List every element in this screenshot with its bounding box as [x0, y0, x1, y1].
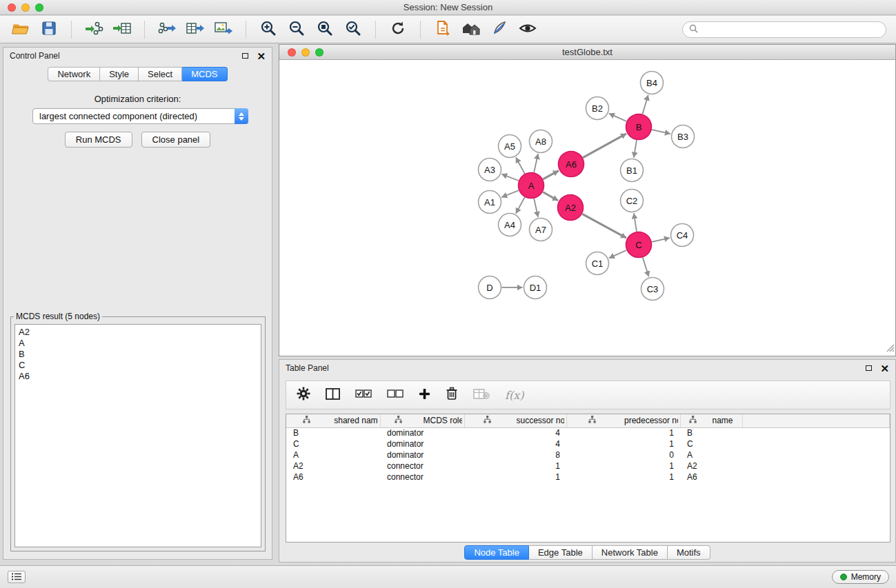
table-cell[interactable]: 4 [464, 438, 566, 449]
import-network-button[interactable] [83, 19, 105, 41]
memory-label: Memory [851, 572, 881, 582]
dropdown-stepper-icon [235, 108, 248, 124]
table-tab-edge-table[interactable]: Edge Table [529, 545, 593, 560]
control-tab-select[interactable]: Select [139, 67, 182, 81]
table-cell[interactable]: A2 [680, 460, 742, 472]
table-cell[interactable]: 1 [464, 460, 566, 472]
control-tab-network[interactable]: Network [48, 67, 100, 81]
table-cell[interactable]: dominator [380, 438, 464, 449]
table-cell[interactable]: C [286, 438, 380, 449]
mcds-result-item[interactable]: A [19, 338, 257, 349]
deselect-all-button[interactable] [387, 389, 404, 401]
table-cell[interactable]: 1 [566, 427, 680, 438]
open-session-button[interactable] [10, 19, 32, 41]
search-input[interactable] [701, 24, 879, 34]
table-tab-motifs[interactable]: Motifs [668, 545, 710, 560]
graph-node-label: A3 [484, 165, 495, 175]
select-all-button[interactable] [355, 389, 372, 401]
mcds-result-item[interactable]: C [19, 360, 257, 371]
table-cell[interactable]: C [680, 438, 742, 449]
float-panel-icon[interactable] [242, 53, 248, 59]
float-table-panel-icon[interactable] [866, 365, 872, 371]
table-tab-node-table[interactable]: Node Table [464, 545, 529, 560]
column-header-shared-name[interactable]: shared name [286, 414, 380, 427]
table-cell[interactable]: connector [380, 460, 464, 472]
import-table-button[interactable] [111, 19, 133, 41]
show-hide-button[interactable] [517, 19, 539, 41]
graph-edge-A-A2 [543, 192, 558, 201]
export-network-button[interactable] [156, 19, 178, 41]
annotation-pen-button[interactable] [488, 19, 510, 41]
column-header-predecessor-nodes[interactable]: predecessor nodes [566, 414, 680, 427]
table-cell[interactable]: A [680, 449, 742, 460]
control-tab-style[interactable]: Style [100, 67, 139, 81]
mcds-result-list[interactable]: A2ABCA6 [14, 324, 261, 547]
table-row[interactable]: Adominator80A [286, 449, 890, 460]
app-title: Session: New Session [0, 0, 896, 15]
window-controls [8, 3, 43, 12]
network-document-button[interactable] [432, 19, 454, 41]
mcds-result-item[interactable]: A6 [19, 371, 257, 382]
table-cell[interactable]: A6 [680, 472, 742, 483]
network-canvas[interactable]: B4B2BB3A5A8A6A3B1AC2A1A2A4A7C4CC1C3DD1 [279, 61, 895, 356]
column-header-name[interactable]: name [680, 414, 742, 427]
apply-layout-button[interactable] [387, 19, 409, 41]
add-column-button[interactable] [419, 388, 430, 403]
zoom-out-button[interactable] [286, 19, 308, 41]
table-cell[interactable]: A2 [286, 460, 380, 472]
memory-button[interactable]: Memory [832, 570, 889, 584]
minimize-window-button[interactable] [21, 3, 30, 12]
table-cell[interactable]: 1 [566, 460, 680, 472]
table-cell[interactable]: A [286, 449, 380, 460]
table-row[interactable]: A2connector11A2 [286, 460, 890, 472]
network-zoom-button[interactable] [315, 48, 323, 57]
table-cell[interactable]: 1 [464, 472, 566, 483]
network-minimize-button[interactable] [301, 48, 310, 57]
zoom-selected-button[interactable] [342, 19, 364, 41]
table-cell[interactable]: 1 [566, 472, 680, 483]
task-history-button[interactable] [8, 571, 26, 583]
optimization-criterion-dropdown[interactable]: largest connected component (directed) [32, 108, 248, 124]
window-resize-grip[interactable] [886, 343, 895, 355]
graph-edge-A-A3 [501, 174, 519, 181]
export-image-button[interactable] [212, 19, 235, 41]
graph-node-label: A4 [504, 220, 515, 230]
table-cell[interactable]: connector [380, 472, 464, 483]
table-cell[interactable]: dominator [380, 427, 464, 438]
save-session-button[interactable] [38, 19, 60, 41]
export-table-button[interactable] [184, 19, 206, 41]
column-header-successor-nodes[interactable]: successor nodes [464, 414, 566, 427]
delete-table-button[interactable] [473, 388, 490, 403]
close-panel-button[interactable]: Close panel [141, 132, 211, 148]
mcds-result-item[interactable]: A2 [19, 327, 257, 338]
table-cell[interactable]: 4 [464, 427, 566, 438]
table-cell[interactable]: B [680, 427, 742, 438]
table-tab-network-table[interactable]: Network Table [593, 545, 668, 560]
show-columns-button[interactable] [326, 388, 340, 403]
close-table-panel-icon[interactable]: ✕ [880, 363, 889, 374]
table-cell[interactable]: A6 [286, 472, 380, 483]
run-mcds-button[interactable]: Run MCDS [65, 132, 132, 148]
column-header-mcds-role[interactable]: MCDS role [380, 414, 464, 427]
mcds-result-item[interactable]: B [19, 349, 257, 360]
zoom-in-button[interactable] [257, 19, 279, 41]
table-cell[interactable]: dominator [380, 449, 464, 460]
function-builder-button[interactable]: f(x) [505, 389, 524, 402]
table-row[interactable]: Cdominator41C [286, 438, 890, 449]
table-row[interactable]: Bdominator41B [286, 427, 890, 438]
close-window-button[interactable] [8, 3, 16, 12]
control-tab-mcds[interactable]: MCDS [182, 67, 227, 81]
home-button[interactable] [460, 19, 482, 41]
table-cell[interactable]: B [286, 427, 380, 438]
close-panel-icon[interactable]: ✕ [257, 51, 266, 61]
table-row[interactable]: A6connector11A6 [286, 472, 890, 483]
table-cell[interactable]: 0 [566, 449, 680, 460]
delete-column-button[interactable] [446, 387, 458, 403]
zoom-fit-button[interactable] [314, 19, 336, 41]
zoom-in-icon [259, 19, 277, 40]
network-close-button[interactable] [288, 48, 296, 57]
table-settings-button[interactable] [297, 387, 310, 403]
zoom-window-button[interactable] [35, 3, 43, 12]
table-cell[interactable]: 8 [464, 449, 566, 460]
table-cell[interactable]: 1 [566, 438, 680, 449]
